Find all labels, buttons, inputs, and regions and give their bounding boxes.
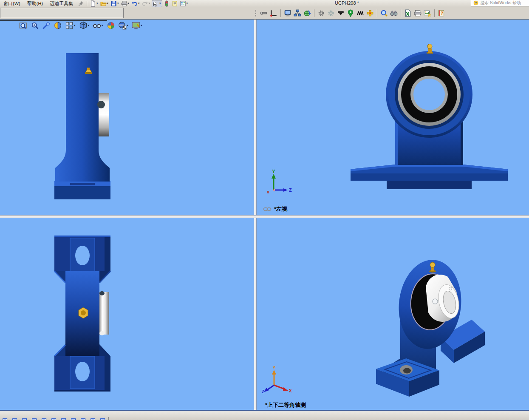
- viewport-vertical-splitter[interactable]: [254, 20, 257, 410]
- dropdown-arrow-icon[interactable]: ▾: [159, 2, 161, 5]
- spring-icon: [356, 9, 364, 17]
- viewport-name-text: *左视: [274, 205, 287, 213]
- toolbar-grip[interactable]: [255, 9, 257, 17]
- new-document-button[interactable]: ▾: [89, 0, 99, 7]
- mini-doc-button[interactable]: [71, 417, 76, 420]
- help-book-button[interactable]: ?: [437, 10, 446, 17]
- globe-sync-button[interactable]: [303, 10, 311, 17]
- viewport-name-label: *上下二等角轴测: [265, 401, 306, 409]
- dropdown-arrow-icon[interactable]: ▾: [117, 2, 119, 5]
- mini-doc-icon: [91, 418, 96, 420]
- mini-doc-icon: [61, 418, 66, 420]
- help-search-input[interactable]: ? 搜索 SolidWorks 帮助: [471, 0, 529, 6]
- triad-y-label: Y: [273, 366, 276, 370]
- svg-text:?: ?: [475, 1, 477, 5]
- viewport-horizontal-splitter[interactable]: [0, 215, 529, 218]
- green-pin-icon: [347, 9, 354, 17]
- rebuild-traffic-light-icon: [164, 0, 170, 7]
- print-button[interactable]: ▾: [121, 0, 130, 7]
- mini-doc-icon: [3, 418, 8, 420]
- binoculars-button[interactable]: [390, 10, 398, 17]
- mini-doc-button[interactable]: [41, 417, 47, 420]
- mini-doc-button[interactable]: [2, 417, 8, 420]
- mini-doc-button[interactable]: [100, 417, 106, 420]
- mini-doc-button[interactable]: [31, 417, 37, 420]
- mini-doc-icon: [100, 418, 105, 420]
- cross-fitting-button[interactable]: [366, 10, 374, 17]
- mini-doc-button[interactable]: [22, 417, 28, 420]
- viewport-top-right-left-view[interactable]: Y Z X *左视: [257, 20, 529, 215]
- menu-help[interactable]: 帮助(H): [24, 0, 46, 7]
- options-icon: [180, 0, 186, 7]
- gear-button[interactable]: [317, 10, 325, 17]
- magnifier-button[interactable]: [380, 10, 388, 17]
- mini-doc-button[interactable]: [12, 417, 18, 420]
- pillow-block-front-view: [257, 20, 529, 215]
- magnifier-icon: [380, 9, 388, 17]
- save-button[interactable]: ▾: [110, 0, 120, 7]
- dropdown-arrow-icon[interactable]: ▾: [186, 2, 189, 5]
- mini-doc-icon: [22, 418, 27, 420]
- mini-doc-button[interactable]: [90, 417, 96, 420]
- redo-icon: [142, 0, 148, 7]
- mini-doc-icon: [42, 418, 47, 420]
- triad-x-label: X: [289, 389, 292, 393]
- dropdown-arrow-icon[interactable]: ▾: [127, 2, 130, 5]
- help-book-icon: ?: [438, 9, 445, 17]
- monitor-icon: [284, 9, 291, 17]
- menu-bar: 窗口(W) 帮助(H) 迈迪工具集 ▾▾▾▾▾▾▾▾ UCPH208 * ? 搜…: [0, 0, 529, 7]
- pushpin-icon: [78, 0, 84, 7]
- new-image-button[interactable]: [423, 10, 432, 17]
- monitor-button[interactable]: [283, 10, 292, 17]
- dropdown-arrow-icon[interactable]: ▾: [138, 2, 140, 5]
- angle-bracket-icon: [270, 9, 277, 17]
- bolt-icon: [260, 9, 268, 17]
- new-image-icon: [424, 9, 431, 17]
- mini-doc-icon: [81, 418, 86, 420]
- viewport-name-text: *上下二等角轴测: [265, 401, 306, 409]
- open-button[interactable]: ▾: [100, 0, 110, 7]
- v-belt-icon: [337, 9, 345, 17]
- printer-button[interactable]: [413, 10, 422, 17]
- gear-gray-button[interactable]: [327, 10, 335, 17]
- viewport-bottom-right-isometric[interactable]: Y X Z *上下二等角轴测: [257, 218, 529, 410]
- dropdown-arrow-icon[interactable]: ▾: [96, 2, 99, 5]
- dropdown-arrow-icon[interactable]: ▾: [148, 2, 151, 5]
- mini-doc-button[interactable]: [61, 417, 67, 420]
- bolt-button[interactable]: [260, 10, 268, 17]
- pillow-block-side-view: [0, 20, 254, 215]
- undo-button[interactable]: ▾: [131, 0, 141, 7]
- mini-doc-icon: [32, 418, 37, 420]
- note-button[interactable]: [171, 0, 178, 7]
- menu-window[interactable]: 窗口(W): [0, 0, 24, 7]
- viewport-top-left[interactable]: ▾▾▾▾▾: [0, 20, 254, 215]
- status-toolbar: [2, 417, 106, 420]
- open-icon: [100, 0, 107, 7]
- new-document-icon: [90, 0, 96, 7]
- viewport-name-label: *左视: [263, 205, 287, 213]
- network-button[interactable]: [293, 10, 302, 17]
- printer-icon: [414, 9, 422, 17]
- maidi-addin-toolbar: ?: [255, 8, 446, 18]
- redo-button[interactable]: ▾: [141, 0, 151, 7]
- select-button[interactable]: ▾: [152, 0, 162, 7]
- green-pin-button[interactable]: [346, 10, 355, 17]
- pushpin-button[interactable]: [77, 0, 85, 7]
- save-icon: [110, 0, 117, 7]
- binoculars-icon: [390, 9, 398, 17]
- options-button[interactable]: ▾: [179, 0, 189, 7]
- triad-x-label: X: [267, 190, 269, 194]
- print-icon: [121, 0, 127, 7]
- spring-button[interactable]: [356, 10, 365, 17]
- excel-export-button[interactable]: [404, 10, 412, 17]
- dropdown-arrow-icon[interactable]: ▾: [107, 2, 109, 5]
- mini-doc-icon: [12, 418, 17, 420]
- v-belt-button[interactable]: [337, 10, 345, 17]
- viewport-bottom-left[interactable]: [0, 218, 254, 410]
- rebuild-traffic-light-button[interactable]: [163, 0, 170, 7]
- toolbar-separator: [280, 9, 281, 17]
- angle-bracket-button[interactable]: [269, 10, 278, 17]
- mini-doc-button[interactable]: [80, 417, 86, 420]
- menu-maidi-toolkit[interactable]: 迈迪工具集: [46, 0, 76, 7]
- mini-doc-button[interactable]: [51, 417, 57, 420]
